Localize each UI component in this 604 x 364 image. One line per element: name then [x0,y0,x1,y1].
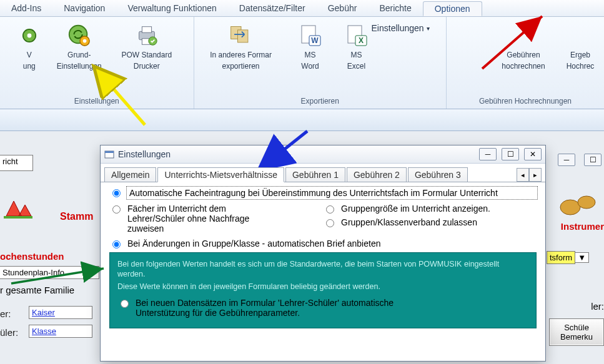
dialog-tabs: Allgemein Unterrichts-Mietsverhältnisse … [101,164,545,182]
bg-stamm-icon[interactable] [2,189,37,221]
bg-uler-label: üler: [0,327,18,338]
tab-scroll-right[interactable]: ▸ [529,168,542,182]
svg-point-4 [82,39,86,43]
printer-icon [134,23,159,48]
gear-refresh-icon [67,23,92,48]
chevron-down-icon: ▾ [427,25,430,32]
ribbon-group-exportieren: In anderes Formar exportieren W MS Word [194,17,447,109]
bg-tab-richt[interactable]: richt [0,155,33,171]
ribbon-menu-tabs: Add-Ins Navigation Verwaltung Funktionen… [0,0,604,17]
bg-ler-label: ler: [591,301,604,312]
tab-scroll-arrows: ◂ ▸ [517,168,542,182]
settings-icon [104,149,114,159]
dropdown-einstellungen[interactable]: Einstellungen ▾ [368,21,433,36]
gear-icon [17,23,42,48]
btn-pow-standard-drucker[interactable]: POW Standard Drucker [119,23,175,71]
dialog-title: Einstellungen [118,149,171,159]
close-button[interactable]: ✕ [524,148,542,160]
radio[interactable] [326,205,334,214]
btn-partial-left[interactable]: V ung [19,23,40,71]
group-title: Exportieren [201,96,440,107]
radio[interactable] [121,300,129,308]
note-line-1: Bei den folgenden Werten handelt es sich… [117,259,528,279]
minimize-icon[interactable]: ─ [558,154,575,166]
opt-auto-facheintragung[interactable]: Automatische Facheintragung bei Übereins… [109,187,537,199]
radio[interactable] [112,240,121,248]
bg-instrument-icon[interactable] [558,189,602,220]
tab-allgemein[interactable]: Allgemein [104,167,156,182]
tab-optionen[interactable]: Optionen [423,1,482,16]
bg-stamm-label: Stamm [60,211,93,222]
ribbon: V ung Grund- Einstellungen [0,17,604,109]
btn-ms-word[interactable]: W MS Word [293,23,328,71]
label: POW Standard [121,51,172,59]
opt-gruppengroesse[interactable]: Gruppengröße im Unterricht anzeigen. [323,204,537,214]
radio[interactable] [326,219,334,227]
calc-icon [511,23,536,48]
tab-berichte[interactable]: Berichte [368,1,422,15]
btn-grund-einstellungen[interactable]: Grund- Einstellungen [51,23,107,71]
label: Ergeb [570,51,590,59]
dialog-einstellungen: Einstellungen ─ ☐ ✕ Allgemein Unterricht… [100,145,546,362]
tab-scroll-left[interactable]: ◂ [517,168,529,182]
btn-gebuehren-hochrechnen[interactable]: Gebühren hochrechnen [495,23,552,71]
minimize-button[interactable]: ─ [479,148,497,160]
maximize-icon[interactable]: ☐ [584,154,602,166]
bg-tsform: tsform ▼ [547,251,589,264]
bg-tsform-field[interactable]: tsform [547,251,575,264]
bg-stundenplan-info[interactable]: Stundenplan-Info [0,266,99,279]
tab-gebuehr[interactable]: Gebühr [317,1,369,15]
excel-icon: X [344,23,369,48]
teal-info-box: Bei den folgenden Werten handelt es sich… [109,252,537,328]
sub-toolbar [0,109,604,131]
btn-ergebnis-hochrechnung[interactable]: Ergeb Hochrec [563,23,598,71]
dialog-titlebar[interactable]: Einstellungen ─ ☐ ✕ [101,145,545,164]
opt-faecher-zuweisen[interactable]: Fächer im Unterricht dem Lehrer/Schüler … [109,204,323,234]
label: V [27,51,32,59]
group-title: Einstellungen [6,96,187,107]
label: Drucker [134,62,160,71]
label: Grund- [67,51,91,59]
label: Fächer im Unterricht dem Lehrer/Schüler … [127,204,265,234]
label: Bemerku [556,332,597,342]
tab-gebuehren-3[interactable]: Gebühren 3 [408,167,468,182]
radio[interactable] [112,205,121,214]
opt-auto-brief[interactable]: Bei Änderungen in Gruppe/Klasse - automa… [109,239,537,248]
tab-navigation[interactable]: Navigation [52,1,116,15]
bg-ochenstunden: ochenstunden [0,251,64,262]
label: hochrechnen [502,62,545,71]
ribbon-group-einstellungen: V ung Grund- Einstellungen [0,17,194,109]
label: exportieren [222,62,260,71]
bg-instrument-label: Instrumer [561,221,604,232]
label: Gruppengröße im Unterricht anzeigen. [341,204,490,214]
label: Automatische Facheintragung bei Übereins… [126,186,538,200]
label: MS [351,51,362,59]
opt-neue-datensaetze[interactable]: Bei neuen Datensätzen im Formular 'Lehre… [117,298,528,318]
label: Gebühren [507,51,540,59]
tab-gebuehren-1[interactable]: Gebühren 1 [285,167,345,182]
word-icon: W [298,23,323,48]
label: Excel [347,62,365,71]
svg-text:X: X [359,36,364,45]
tab-unterricht-miet[interactable]: Unterrichts-Mietsverhältnisse [157,167,284,182]
tab-datensaetze[interactable]: Datensätze/Filter [228,1,317,15]
tab-gebuehren-2[interactable]: Gebühren 2 [347,167,407,182]
label: Einstellungen [57,62,102,71]
svg-point-1 [27,34,31,38]
btn-schueler-bemerkung[interactable]: Schüle Bemerku [549,318,604,346]
tab-addins[interactable]: Add-Ins [0,1,52,15]
label: Einstellungen [372,23,424,33]
label: Word [301,62,319,71]
maximize-button[interactable]: ☐ [502,148,519,160]
bg-kaiser-link[interactable]: Kaiser [29,306,92,319]
bg-klasse-link[interactable]: Klasse [29,325,92,338]
chevron-down-icon[interactable]: ▼ [575,252,589,263]
opt-gruppen-klassenverband[interactable]: Gruppen/Klassenverband zulassen [323,217,537,227]
tab-verwaltung[interactable]: Verwaltung Funktionen [116,1,227,15]
svg-rect-6 [142,27,151,33]
dialog-body: Automatische Facheintragung bei Übereins… [101,182,545,335]
svg-text:W: W [311,36,319,45]
label: In anderes Formar [210,51,272,59]
btn-in-anderes-format[interactable]: In anderes Formar exportieren [201,23,282,71]
radio[interactable] [112,189,121,197]
